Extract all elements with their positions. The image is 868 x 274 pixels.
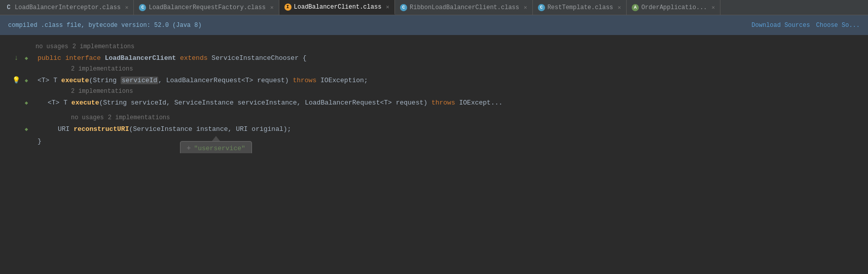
param-uri-type: URI (236, 125, 247, 133)
open-brace: { (303, 54, 307, 62)
param1-name-highlighted: serviceId (121, 77, 158, 84)
gutter-1: ↓ ◆ (0, 54, 35, 62)
interface-declaration-content: public interface LoadBalancerClient exte… (35, 54, 868, 62)
tab-close-6[interactable]: ✕ (712, 4, 715, 11)
generic-T-1: <T> (38, 77, 49, 84)
method-execute-2: execute (71, 99, 99, 107)
method-execute-1: execute (61, 77, 89, 84)
interface-declaration-line: ↓ ◆ public interface LoadBalancerClient … (0, 52, 868, 64)
info-bar: compiled .class file, bytecode version: … (0, 15, 868, 36)
semicolon-1: ; (364, 77, 368, 84)
param-string-2: String (103, 99, 127, 107)
reconstruct-uri-line: ◆ URI reconstructURI(ServiceInstance ins… (0, 123, 868, 135)
gutter-3: ◆ (0, 98, 35, 107)
tab-orderapplication[interactable]: A OrderApplicatio... ✕ (627, 0, 720, 15)
tab-loadbalancerinterceptor[interactable]: C LoadBalancerInterceptor.class ✕ (0, 0, 134, 15)
execute-1-content: <T> T execute(String serviceId, LoadBala… (35, 77, 868, 84)
closing-brace: } (38, 138, 42, 145)
gutter-4: ◆ (0, 125, 35, 133)
tab-close-4[interactable]: ✕ (524, 4, 527, 11)
tooltip-value: "userservice" (194, 145, 245, 152)
tab-resttemplate[interactable]: C RestTemplate.class ✕ (533, 0, 627, 15)
choose-sources-link[interactable]: Choose So... (816, 22, 860, 29)
tab-icon-6: A (632, 4, 639, 11)
gutter-navigate-icon-4[interactable]: ◆ (22, 125, 30, 133)
kw-throws-1: throws (293, 77, 316, 84)
tab-close-2[interactable]: ✕ (270, 4, 274, 11)
method-reconstruct-uri: reconstructURI (74, 125, 129, 133)
code-editor: no usages 2 implementations ↓ ◆ public i… (0, 36, 868, 153)
no-usages-label-2: no usages (71, 114, 104, 121)
param-request-2: request (396, 99, 424, 107)
tab-label-2: LoadBalancerRequestFactory.class (149, 4, 265, 11)
closing-brace-content: } (35, 138, 868, 145)
param-lbr-type: LoadBalancerRequest<T> (305, 99, 392, 107)
tooltip-popup: + "userservice" (180, 136, 252, 153)
tab-label-1: LoadBalancerInterceptor.class (15, 4, 121, 11)
tooltip-plus-icon: + (187, 144, 191, 152)
tab-label-6: OrderApplicatio... (641, 4, 707, 11)
tab-bar: C LoadBalancerInterceptor.class ✕ C Load… (0, 0, 868, 15)
tab-loadbalancerequestfactory[interactable]: C LoadBalancerRequestFactory.class ✕ (134, 0, 279, 15)
tooltip-arrow (212, 136, 220, 141)
bulb-icon[interactable]: 💡 (12, 76, 20, 84)
kw-public: public (38, 54, 61, 62)
execute-2-content: <T> T execute(String serviceId, ServiceI… (35, 99, 868, 107)
param-serviceinstance-name: serviceInstance (238, 99, 297, 107)
tab-close-3[interactable]: ✕ (386, 4, 389, 10)
close-paren-3: ) (283, 125, 287, 133)
open-paren-3: ( (129, 125, 133, 133)
gutter-implement-icon-1[interactable]: ↓ (12, 54, 20, 62)
kw-extends: extends (180, 54, 208, 62)
gutter-navigate-icon-3[interactable]: ◆ (22, 98, 30, 107)
tooltip-box[interactable]: + "userservice" (180, 141, 252, 153)
exception-1: IOException (320, 77, 364, 84)
gutter-navigate-icon-1[interactable]: ◆ (22, 54, 30, 62)
implementations-label-1: 2 implementations (73, 43, 134, 50)
exception-2: IOExcept... (459, 99, 503, 107)
kw-interface: interface (65, 54, 101, 62)
compiled-class-info: compiled .class file, bytecode version: … (8, 22, 202, 29)
reconstruct-uri-content: URI reconstructURI(ServiceInstance insta… (35, 125, 868, 133)
meta-line-4: no usages 2 implementations (0, 113, 868, 123)
super-interface-name: ServiceInstanceChooser (211, 54, 299, 62)
tab-icon-1: C (5, 4, 12, 11)
param-si-type: ServiceInstance (133, 125, 192, 133)
tab-close-1[interactable]: ✕ (125, 4, 129, 11)
tab-icon-5: C (538, 4, 545, 11)
tab-label-5: RestTemplate.class (548, 4, 613, 11)
param2-type-1: LoadBalancerRequest<T> (166, 77, 254, 84)
tab-ribbonloadbalancerclient[interactable]: C RibbonLoadBalancerClient.class ✕ (395, 0, 533, 15)
info-bar-actions: Download Sources Choose So... (751, 22, 860, 29)
meta-line-2: 2 implementations (0, 64, 868, 74)
gutter-navigate-icon-2[interactable]: ◆ (22, 76, 30, 84)
tab-label-3: LoadBalancerClient.class (294, 4, 382, 11)
implementations-label-3: 2 implementations (71, 88, 133, 95)
no-usages-label: no usages (35, 43, 68, 50)
return-type-uri: URI (58, 125, 69, 133)
closing-brace-line: } (0, 135, 868, 147)
kw-throws-2: throws (431, 99, 455, 107)
return-type-1: T (53, 77, 57, 84)
param-serviceinstance-type: ServiceInstance (174, 99, 234, 107)
implementations-label-2: 2 implementations (71, 65, 133, 73)
tab-icon-4: C (400, 4, 407, 11)
close-paren-2: ) (423, 99, 427, 107)
tab-icon-3: I (284, 4, 292, 11)
tab-close-5[interactable]: ✕ (618, 4, 621, 11)
generic-T-2: <T> (48, 99, 59, 107)
return-type-2: T (63, 99, 67, 107)
interface-name: LoadBalancerClient (105, 54, 176, 62)
tab-loadbalancerclient[interactable]: I LoadBalancerClient.class ✕ (279, 0, 395, 15)
open-paren-2: ( (99, 99, 103, 107)
semicolon-3: ; (287, 125, 292, 133)
meta-line-3: 2 implementations (0, 86, 868, 96)
tab-label-4: RibbonLoadBalancerClient.class (410, 4, 519, 11)
download-sources-link[interactable]: Download Sources (751, 22, 810, 29)
execute-method-line-1: 💡 ◆ <T> T execute(String serviceId, Load… (0, 74, 868, 86)
param1-type-1: String (93, 77, 117, 84)
tab-icon-2: C (139, 4, 146, 11)
open-paren-1: ( (89, 77, 93, 84)
implementations-label-4: 2 implementations (108, 114, 170, 121)
param2-name-1: request (257, 77, 285, 84)
